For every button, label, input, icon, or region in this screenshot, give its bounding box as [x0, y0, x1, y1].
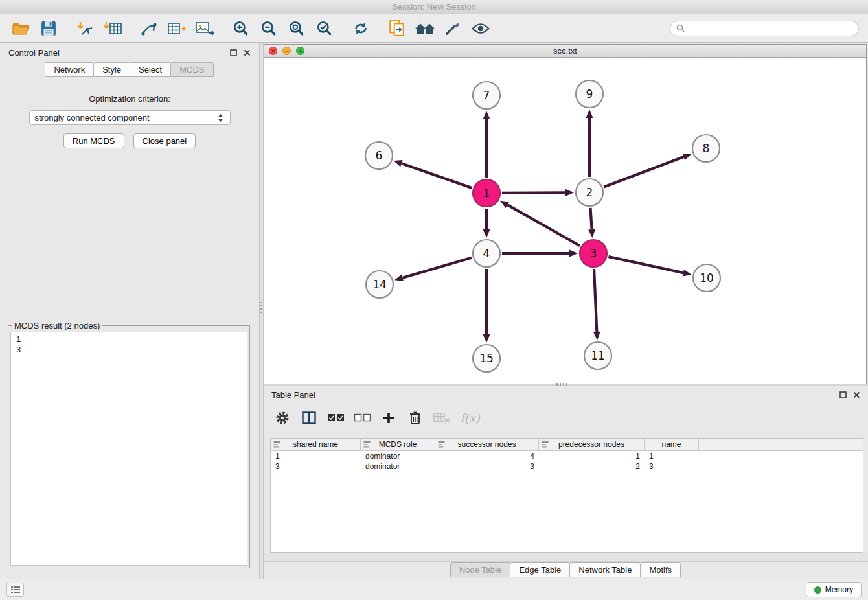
- graph-edge-arrowhead: [682, 154, 691, 160]
- column-header-shared-name[interactable]: shared name: [271, 439, 361, 450]
- maximize-window-button[interactable]: [296, 47, 304, 55]
- export-table-button[interactable]: [163, 16, 190, 41]
- mcds-result-textarea[interactable]: 1 3: [10, 332, 247, 566]
- close-control-panel-button[interactable]: [244, 49, 251, 56]
- column-header-name[interactable]: name: [645, 439, 699, 450]
- zoom-selected-button[interactable]: [310, 16, 338, 41]
- deselect-all-rows-button[interactable]: [351, 406, 373, 430]
- graph-edge-1-2[interactable]: [502, 192, 565, 193]
- table-row[interactable]: 3 dominator 3 2 3: [271, 461, 863, 472]
- table-tabs: Node Table Edge Table Network Table Moti…: [264, 562, 868, 577]
- export-table-icon: [167, 20, 187, 37]
- select-all-rows-button[interactable]: [325, 406, 347, 430]
- graph-node-10[interactable]: 10: [693, 264, 720, 292]
- search-box[interactable]: [670, 21, 859, 36]
- graph-edge-3-11[interactable]: [594, 269, 597, 332]
- tab-edge-table[interactable]: Edge Table: [510, 562, 570, 577]
- graph-edge-arrowhead: [569, 250, 578, 257]
- list-icon: [10, 586, 21, 594]
- graph-node-14[interactable]: 14: [366, 271, 393, 298]
- graph-node-4[interactable]: 4: [473, 240, 500, 267]
- close-table-panel-button[interactable]: [853, 391, 860, 398]
- column-type-icon: [438, 441, 445, 448]
- float-window-icon: [839, 391, 847, 398]
- column-header-mcds-role[interactable]: MCDS role: [361, 439, 435, 450]
- graph-node-11[interactable]: 11: [584, 342, 611, 369]
- function-builder-button[interactable]: f(x): [457, 406, 483, 430]
- graph-edge-2-3[interactable]: [591, 208, 592, 229]
- float-panel-button[interactable]: [230, 49, 237, 56]
- table-settings-button[interactable]: [271, 406, 293, 430]
- graph-edge-2-8[interactable]: [604, 157, 683, 187]
- tab-node-table[interactable]: Node Table: [450, 562, 511, 577]
- import-table-button[interactable]: [98, 16, 126, 41]
- show-panels-button[interactable]: [6, 583, 24, 597]
- create-column-button[interactable]: [378, 406, 400, 430]
- graph-edge-arrowhead: [565, 189, 574, 196]
- new-network-from-selection-button[interactable]: [383, 16, 411, 41]
- vertical-splitter[interactable]: [259, 43, 264, 579]
- minimize-window-button[interactable]: [282, 47, 291, 55]
- zoom-in-button[interactable]: [227, 16, 255, 41]
- tab-select[interactable]: Select: [130, 62, 171, 77]
- svg-text:2: 2: [586, 186, 593, 199]
- tab-motifs[interactable]: Motifs: [640, 562, 681, 577]
- close-panel-button[interactable]: Close panel: [133, 133, 196, 148]
- column-header-predecessor-nodes[interactable]: predecessor nodes: [539, 439, 645, 450]
- graph-node-1[interactable]: 1: [473, 179, 500, 207]
- delete-table-button[interactable]: [431, 406, 453, 430]
- zoom-in-icon: [233, 20, 249, 37]
- cell-shared-name: 1: [271, 452, 361, 461]
- graph-edge-arrowhead: [593, 332, 600, 340]
- table-row[interactable]: 1 dominator 4 1 1: [271, 451, 863, 461]
- graph-edge-1-6[interactable]: [402, 163, 472, 188]
- plus-icon: [382, 411, 395, 424]
- zoom-fit-button[interactable]: [282, 16, 310, 41]
- apply-style-button[interactable]: [439, 16, 466, 41]
- apply-layout-button[interactable]: [347, 16, 374, 41]
- mcds-result-title: MCDS result (2 nodes): [12, 321, 102, 330]
- export-network-button[interactable]: [135, 16, 163, 41]
- split-panel-button[interactable]: [298, 406, 320, 430]
- mcds-result-groupbox: MCDS result (2 nodes) 1 3: [8, 325, 250, 568]
- tab-network-table[interactable]: Network Table: [569, 562, 641, 577]
- graphics-details-button[interactable]: [466, 16, 494, 41]
- zoom-out-button[interactable]: [255, 16, 282, 41]
- graph-edge-3-10[interactable]: [608, 257, 683, 273]
- tab-network[interactable]: Network: [45, 62, 94, 77]
- table-scrollbar-track[interactable]: [264, 553, 868, 562]
- export-image-button[interactable]: [190, 16, 218, 41]
- memory-button[interactable]: Memory: [806, 582, 862, 597]
- graph-node-2[interactable]: 2: [576, 179, 603, 206]
- graph-edge-arrowhead: [483, 111, 490, 119]
- column-header-successor-nodes[interactable]: successor nodes: [435, 439, 539, 450]
- graph-node-9[interactable]: 9: [576, 80, 603, 108]
- search-input[interactable]: [688, 24, 852, 33]
- criterion-dropdown[interactable]: strongly connected component: [29, 110, 231, 125]
- tab-style[interactable]: Style: [93, 62, 130, 77]
- mcds-result-line: 1: [16, 334, 242, 345]
- save-session-button[interactable]: [34, 16, 62, 41]
- graph-edge-3-1[interactable]: [507, 205, 580, 246]
- run-mcds-button[interactable]: Run MCDS: [63, 133, 124, 148]
- float-table-panel-button[interactable]: [839, 391, 847, 398]
- graph-edge-arrowhead: [394, 160, 403, 167]
- network-canvas[interactable]: 7968124314101511: [264, 58, 866, 384]
- graph-edge-4-14[interactable]: [403, 258, 472, 278]
- graph-node-8[interactable]: 8: [692, 135, 720, 162]
- dropdown-stepper-icon: [216, 113, 225, 123]
- refresh-layout-icon: [352, 20, 369, 37]
- delete-columns-button[interactable]: [404, 406, 426, 430]
- import-network-button[interactable]: [71, 16, 98, 41]
- first-neighbors-button[interactable]: [411, 16, 439, 41]
- graph-node-7[interactable]: 7: [473, 82, 500, 109]
- graph-node-3[interactable]: 3: [580, 240, 607, 267]
- svg-text:15: 15: [479, 352, 494, 365]
- graph-node-15[interactable]: 15: [473, 345, 500, 372]
- eye-icon: [472, 22, 490, 35]
- close-window-button[interactable]: [269, 47, 277, 55]
- open-session-button[interactable]: [6, 16, 34, 41]
- graph-node-6[interactable]: 6: [365, 142, 393, 169]
- tab-mcds[interactable]: MCDS: [170, 62, 213, 77]
- import-network-icon: [76, 20, 94, 37]
